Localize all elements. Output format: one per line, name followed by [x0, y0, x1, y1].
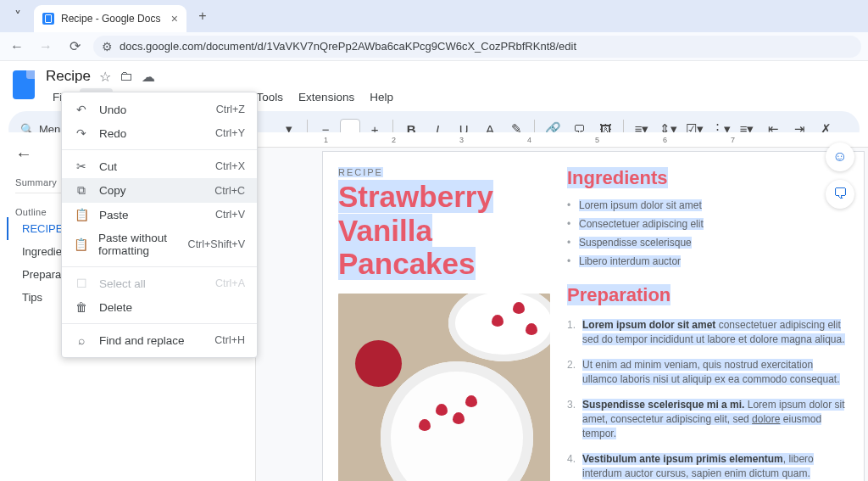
menu-item-paste[interactable]: 📋PasteCtrl+V	[62, 203, 257, 227]
copy-icon: ⧉	[74, 183, 89, 198]
preparation-step: Lorem ipsum dolor sit amet consectetuer …	[567, 313, 849, 353]
close-tab-icon[interactable]: ×	[171, 12, 178, 25]
ingredient-item: Lorem ipsum dolor sit amet	[567, 196, 849, 215]
reload-button[interactable]: ⟳	[64, 36, 85, 57]
ingredient-item: Suspendisse scelerisque	[567, 233, 849, 252]
cloud-status-icon[interactable]: ☁	[142, 69, 155, 85]
horizontal-ruler[interactable]: 1234567	[256, 132, 868, 148]
tab-search-button[interactable]: ˅	[7, 5, 29, 27]
ingredient-item: Libero interdum auctor	[567, 252, 849, 271]
ingredient-item: Consectetuer adipiscing elit	[567, 215, 849, 233]
paste-icon: 📋	[74, 208, 89, 221]
tab-title: Recipe - Google Docs	[61, 13, 160, 25]
menu-extensions[interactable]: Extensions	[292, 88, 361, 106]
star-icon[interactable]: ☆	[99, 69, 111, 85]
menu-item-find-and-replace[interactable]: ⌕Find and replaceCtrl+H	[62, 328, 257, 352]
new-tab-button[interactable]: +	[192, 5, 214, 27]
delete-icon: 🗑	[74, 300, 89, 314]
edit-menu-dropdown: ↶UndoCtrl+Z↷RedoCtrl+Y✂CutCtrl+X⧉CopyCtr…	[61, 92, 258, 358]
recipe-photo	[338, 294, 550, 482]
forward-button[interactable]: →	[36, 36, 56, 57]
document-page[interactable]: RECIPE StrawberryVanillaPancakes Ingredi…	[322, 151, 865, 481]
menu-help[interactable]: Help	[363, 88, 400, 106]
paste-without-formatting-icon: 📋	[74, 238, 88, 251]
menu-item-undo[interactable]: ↶UndoCtrl+Z	[62, 98, 257, 121]
menu-item-redo[interactable]: ↷RedoCtrl+Y	[62, 121, 257, 145]
address-bar[interactable]: ⚙ docs.google.com/document/d/1VaVKV7nQre…	[93, 36, 861, 58]
docs-favicon	[42, 13, 54, 25]
menu-item-select-all: ☐Select allCtrl+A	[62, 271, 257, 295]
comment-button[interactable]: 🗨	[826, 180, 854, 209]
preparation-heading: Preparation	[567, 284, 670, 305]
menu-item-delete[interactable]: 🗑Delete	[62, 295, 257, 319]
undo-icon: ↶	[74, 103, 89, 116]
ingredients-heading: Ingredients	[567, 167, 668, 188]
preparation-step: Suspendisse scelerisque mi a mi. Lorem i…	[567, 393, 849, 447]
inline-link[interactable]: dolore	[752, 413, 780, 425]
redo-icon: ↷	[74, 126, 89, 140]
recipe-title: StrawberryVanillaPancakes	[338, 181, 550, 282]
menu-item-cut[interactable]: ✂CutCtrl+X	[62, 154, 257, 178]
document-title[interactable]: Recipe	[46, 68, 91, 85]
menu-item-copy[interactable]: ⧉CopyCtrl+C	[62, 178, 257, 203]
preparation-step: Ut enim ad minim veniam, quis nostrud ex…	[567, 353, 849, 393]
back-button[interactable]: ←	[7, 36, 27, 57]
menu-item-paste-without-formatting[interactable]: 📋Paste without formattingCtrl+Shift+V	[62, 227, 257, 262]
emoji-reaction-button[interactable]: ☺	[826, 143, 854, 171]
recipe-overline: RECIPE	[338, 167, 383, 177]
site-info-icon[interactable]: ⚙	[102, 40, 113, 53]
docs-home-button[interactable]	[10, 68, 37, 102]
cut-icon: ✂	[74, 159, 89, 173]
select-all-icon: ☐	[74, 277, 89, 290]
url-text: docs.google.com/document/d/1VaVKV7nQrePp…	[120, 40, 576, 53]
find-and-replace-icon: ⌕	[74, 333, 89, 347]
move-icon[interactable]: 🗀	[120, 69, 133, 84]
browser-tab[interactable]: Recipe - Google Docs ×	[34, 5, 186, 32]
preparation-step: Vestibulum ante ipsum primis elementum, …	[567, 447, 849, 481]
